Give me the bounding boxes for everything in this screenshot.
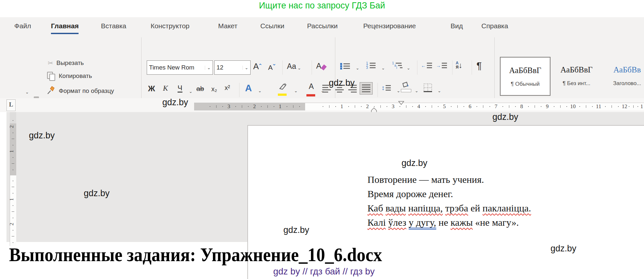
numbering-chevron[interactable]: ⌄ [381, 66, 385, 70]
font-color-swatch [306, 94, 315, 96]
ruler-number: 6 [469, 103, 472, 110]
tab-Главная[interactable]: Главная [51, 22, 79, 30]
shading-button[interactable] [400, 82, 413, 91]
arrow-updown-icon: ↕ [381, 84, 385, 92]
ruler-number: 2 [366, 103, 369, 110]
ruler-number: 3 [392, 103, 395, 110]
ruler-number: 9 [546, 103, 549, 110]
strikethrough-button[interactable]: ab [196, 85, 204, 93]
shrink-font-button[interactable]: А ˇ [268, 63, 275, 71]
tab-Рецензирование[interactable]: Рецензирование [363, 22, 416, 30]
ruler-number: 11 [596, 103, 601, 110]
copy-icon [47, 72, 56, 80]
vertical-ruler[interactable]: 2112 [10, 112, 16, 246]
cut-button[interactable]: ✂ Вырезать [48, 59, 84, 67]
superscript-button[interactable]: x² [225, 84, 230, 92]
multilevel-list-button[interactable]: 1 а i [392, 62, 402, 69]
ruler-number: 12 [622, 103, 627, 110]
tab-Ссылки[interactable]: Ссылки [260, 22, 284, 30]
ruler-number: 7 [495, 103, 498, 110]
format-painter-button[interactable]: Формат по образцу [46, 87, 114, 95]
font-size-value: 12 [215, 64, 242, 71]
caret-down-icon: ˇ [273, 63, 275, 71]
watermark: gdz.by [551, 244, 576, 254]
page-title: Выполненные задания: Упражнение_10_6.doc… [9, 244, 382, 266]
tab-Рассылки[interactable]: Рассылки [307, 22, 338, 30]
show-marks-button[interactable]: ¶ [477, 60, 482, 71]
line-spacing-chevron[interactable]: ⌄ [397, 89, 400, 93]
indent-lines-icon [442, 63, 447, 68]
chevron-down-icon: ⌄ [25, 90, 29, 94]
ruler-margin-zone [194, 103, 305, 110]
scissors-icon: ✂ [48, 59, 53, 67]
borders-button[interactable] [423, 83, 433, 94]
underline-chevron[interactable]: ⌄ [189, 89, 192, 94]
paste-button[interactable]: Вставить ⌄ [12, 56, 47, 97]
chevron-down-icon: ⌄ [297, 66, 301, 70]
highlight-color-button[interactable] [278, 82, 291, 96]
chevron-down-icon: ⌄ [242, 66, 250, 70]
shading-chevron[interactable]: ⌄ [415, 89, 418, 93]
font-color-button[interactable]: А [306, 83, 316, 96]
highlight-color-swatch [278, 94, 287, 96]
style-card[interactable]: АаБбВвГ¶ Обычный [500, 57, 551, 96]
ruler-page-zone [305, 103, 644, 110]
italic-button[interactable]: К [163, 84, 168, 93]
subscript-button[interactable]: x₂ [211, 85, 217, 93]
tab-Файл[interactable]: Файл [14, 22, 31, 30]
watermark: gdz.by [402, 158, 427, 168]
align-justify-button[interactable] [360, 82, 373, 95]
canvas-background [247, 112, 644, 125]
arrow-down-icon: ↓ [459, 61, 463, 70]
ruler-number: 4 [417, 103, 420, 110]
pilcrow-icon: ¶ [477, 60, 482, 71]
sort-letters-icon: АЯ [456, 61, 459, 70]
numbering-button[interactable]: 1 2 3 [366, 62, 376, 69]
tab-Вставка[interactable]: Вставка [101, 22, 126, 30]
text-effects-chevron[interactable]: ⌄ [258, 89, 262, 93]
bold-button[interactable]: Ж [148, 84, 155, 93]
copy-button[interactable]: Копировать [47, 72, 92, 80]
line-spacing-button[interactable]: ↕ [381, 84, 391, 92]
tab-stop-selector[interactable]: L [6, 99, 16, 111]
arrow-right-icon: → [436, 63, 441, 68]
ruler-number: 2 [10, 125, 15, 128]
format-painter-icon [46, 86, 56, 96]
style-card[interactable]: АаБбВвЗаголово... [602, 57, 644, 95]
indent-lines-icon [427, 63, 432, 68]
first-line-indent-marker[interactable] [398, 100, 404, 106]
increase-indent-button[interactable]: → [436, 63, 447, 68]
decrease-indent-button[interactable]: ← [421, 63, 432, 68]
grow-font-button[interactable]: А ˆ [253, 62, 261, 70]
font-size-combobox[interactable]: 12 ⌄ [214, 60, 251, 75]
tab-Справка[interactable]: Справка [481, 22, 508, 30]
format-painter-label: Формат по образцу [59, 87, 114, 95]
tab-Конструктор[interactable]: Конструктор [151, 22, 190, 30]
underline-button[interactable]: Ч [178, 84, 182, 93]
document-line: Время дороже денег. [367, 187, 531, 201]
tab-Вид[interactable]: Вид [451, 22, 463, 30]
style-card[interactable]: АаБбВвГ¶ Без инт... [552, 57, 601, 95]
tab-Макет[interactable]: Макет [218, 22, 237, 30]
ruler-number: 1 [640, 103, 643, 110]
multilevel-chevron[interactable]: ⌄ [407, 66, 410, 70]
ribbon: ФайлГлавнаяВставкаКонструкторМакетСсылки… [0, 17, 644, 98]
clear-formatting-button[interactable]: А [316, 62, 326, 70]
multilevel-list-icon: 1 а i [392, 62, 402, 69]
text-effects-button[interactable]: А [245, 83, 252, 93]
highlight-chevron[interactable]: ⌄ [294, 89, 298, 93]
borders-chevron[interactable]: ⌄ [438, 89, 441, 93]
borders-grid-icon [423, 83, 433, 93]
sort-button[interactable]: АЯ ↓ [456, 61, 463, 70]
ruler-number: 5 [443, 103, 446, 110]
style-label: ¶ Обычный [501, 81, 550, 87]
change-case-button[interactable]: Аа ⌄ [287, 63, 301, 70]
bullets-chevron[interactable]: ⌄ [356, 66, 359, 70]
font-name-combobox[interactable]: Times New Rom ⌄ [147, 60, 213, 75]
style-label: ¶ Без инт... [552, 80, 601, 87]
horizontal-ruler[interactable]: 3211234567891011121 [194, 103, 644, 110]
style-sample: АаБбВв [602, 65, 644, 74]
eraser-icon [321, 64, 327, 70]
bullets-button[interactable] [340, 63, 350, 70]
document-line: Каб вады напіцца, трэба ей пакланіцца. [367, 201, 531, 215]
